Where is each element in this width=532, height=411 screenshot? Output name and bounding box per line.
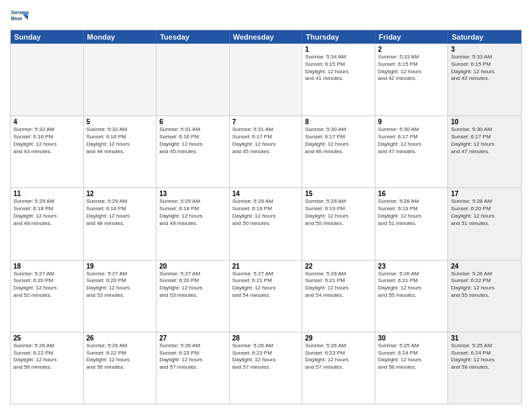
day-info: Sunrise: 5:31 AMSunset: 6:16 PMDaylight:… xyxy=(159,126,226,155)
day-cell-6: 6Sunrise: 5:31 AMSunset: 6:16 PMDaylight… xyxy=(157,116,230,187)
day-info: Sunrise: 5:30 AMSunset: 6:17 PMDaylight:… xyxy=(451,126,519,155)
header: General Blue xyxy=(10,7,522,26)
day-cell-23: 23Sunrise: 5:26 AMSunset: 6:21 PMDayligh… xyxy=(375,261,449,332)
day-number: 13 xyxy=(159,190,226,197)
empty-cell xyxy=(157,44,230,116)
calendar: SundayMondayTuesdayWednesdayThursdayFrid… xyxy=(10,30,522,404)
day-info: Sunrise: 5:28 AMSunset: 6:19 PMDaylight:… xyxy=(378,198,445,227)
header-day-wednesday: Wednesday xyxy=(230,30,303,44)
day-cell-11: 11Sunrise: 5:29 AMSunset: 6:18 PMDayligh… xyxy=(11,188,84,259)
day-cell-19: 19Sunrise: 5:27 AMSunset: 6:20 PMDayligh… xyxy=(84,261,157,332)
week-row-4: 18Sunrise: 5:27 AMSunset: 6:20 PMDayligh… xyxy=(11,260,521,332)
day-info: Sunrise: 5:25 AMSunset: 6:24 PMDaylight:… xyxy=(451,342,519,371)
day-info: Sunrise: 5:31 AMSunset: 6:17 PMDaylight:… xyxy=(232,126,300,155)
day-cell-12: 12Sunrise: 5:29 AMSunset: 6:18 PMDayligh… xyxy=(84,188,157,259)
day-cell-26: 26Sunrise: 5:26 AMSunset: 6:22 PMDayligh… xyxy=(84,332,157,404)
day-cell-22: 22Sunrise: 5:26 AMSunset: 6:21 PMDayligh… xyxy=(302,261,375,332)
day-info: Sunrise: 5:27 AMSunset: 6:21 PMDaylight:… xyxy=(232,271,300,300)
day-cell-28: 28Sunrise: 5:26 AMSunset: 6:23 PMDayligh… xyxy=(230,332,303,404)
svg-text:Blue: Blue xyxy=(11,15,22,21)
header-day-saturday: Saturday xyxy=(448,30,521,44)
day-info: Sunrise: 5:29 AMSunset: 6:18 PMDaylight:… xyxy=(87,198,154,227)
day-info: Sunrise: 5:27 AMSunset: 6:20 PMDaylight:… xyxy=(87,271,154,300)
day-info: Sunrise: 5:26 AMSunset: 6:23 PMDaylight:… xyxy=(159,342,226,371)
day-info: Sunrise: 5:29 AMSunset: 6:18 PMDaylight:… xyxy=(159,198,226,227)
day-cell-5: 5Sunrise: 5:32 AMSunset: 6:16 PMDaylight… xyxy=(84,116,157,187)
day-number: 24 xyxy=(451,263,519,270)
day-info: Sunrise: 5:26 AMSunset: 6:21 PMDaylight:… xyxy=(305,271,372,300)
day-info: Sunrise: 5:28 AMSunset: 6:19 PMDaylight:… xyxy=(232,198,300,227)
day-number: 25 xyxy=(13,334,81,342)
page: General Blue SundayMondayTuesdayWednesda… xyxy=(0,0,532,411)
empty-cell xyxy=(84,44,157,116)
week-row-1: 1Sunrise: 5:34 AMSunset: 6:15 PMDaylight… xyxy=(11,44,521,116)
day-number: 6 xyxy=(159,118,226,126)
day-info: Sunrise: 5:32 AMSunset: 6:16 PMDaylight:… xyxy=(87,126,154,155)
day-number: 28 xyxy=(232,334,300,342)
day-number: 26 xyxy=(87,334,154,342)
logo-icon: General Blue xyxy=(10,7,29,26)
header-day-thursday: Thursday xyxy=(302,30,375,44)
day-number: 20 xyxy=(159,263,226,270)
day-cell-29: 29Sunrise: 5:26 AMSunset: 6:23 PMDayligh… xyxy=(302,332,375,404)
day-number: 3 xyxy=(451,46,519,53)
empty-cell xyxy=(230,44,303,116)
day-info: Sunrise: 5:26 AMSunset: 6:21 PMDaylight:… xyxy=(378,271,445,300)
day-info: Sunrise: 5:34 AMSunset: 6:15 PMDaylight:… xyxy=(305,54,372,83)
day-number: 23 xyxy=(378,263,445,270)
day-number: 9 xyxy=(378,118,445,126)
header-day-monday: Monday xyxy=(84,30,157,44)
day-info: Sunrise: 5:26 AMSunset: 6:22 PMDaylight:… xyxy=(451,271,519,300)
day-number: 31 xyxy=(451,334,519,342)
day-number: 12 xyxy=(87,190,154,197)
day-info: Sunrise: 5:30 AMSunset: 6:17 PMDaylight:… xyxy=(305,126,372,155)
day-number: 1 xyxy=(305,46,372,53)
week-row-3: 11Sunrise: 5:29 AMSunset: 6:18 PMDayligh… xyxy=(11,187,521,259)
day-cell-3: 3Sunrise: 5:33 AMSunset: 6:15 PMDaylight… xyxy=(448,44,521,116)
empty-cell xyxy=(11,44,84,116)
day-number: 17 xyxy=(451,190,519,197)
day-info: Sunrise: 5:27 AMSunset: 6:20 PMDaylight:… xyxy=(159,271,226,300)
day-number: 14 xyxy=(232,190,300,197)
calendar-body: 1Sunrise: 5:34 AMSunset: 6:15 PMDaylight… xyxy=(11,44,521,404)
day-number: 2 xyxy=(378,46,445,53)
day-cell-14: 14Sunrise: 5:28 AMSunset: 6:19 PMDayligh… xyxy=(230,188,303,259)
day-cell-16: 16Sunrise: 5:28 AMSunset: 6:19 PMDayligh… xyxy=(375,188,449,259)
day-cell-7: 7Sunrise: 5:31 AMSunset: 6:17 PMDaylight… xyxy=(230,116,303,187)
day-info: Sunrise: 5:30 AMSunset: 6:17 PMDaylight:… xyxy=(378,126,445,155)
day-number: 8 xyxy=(305,118,372,126)
calendar-header: SundayMondayTuesdayWednesdayThursdayFrid… xyxy=(11,30,521,44)
header-day-tuesday: Tuesday xyxy=(157,30,230,44)
day-number: 5 xyxy=(87,118,154,126)
week-row-2: 4Sunrise: 5:32 AMSunset: 6:16 PMDaylight… xyxy=(11,116,521,187)
day-cell-13: 13Sunrise: 5:29 AMSunset: 6:18 PMDayligh… xyxy=(157,188,230,259)
day-cell-25: 25Sunrise: 5:26 AMSunset: 6:22 PMDayligh… xyxy=(11,332,84,404)
header-day-sunday: Sunday xyxy=(11,30,84,44)
day-number: 11 xyxy=(13,190,81,197)
day-cell-15: 15Sunrise: 5:28 AMSunset: 6:19 PMDayligh… xyxy=(302,188,375,259)
day-cell-17: 17Sunrise: 5:28 AMSunset: 6:20 PMDayligh… xyxy=(448,188,521,259)
day-number: 30 xyxy=(378,334,445,342)
day-cell-9: 9Sunrise: 5:30 AMSunset: 6:17 PMDaylight… xyxy=(375,116,449,187)
day-info: Sunrise: 5:33 AMSunset: 6:15 PMDaylight:… xyxy=(378,54,445,83)
day-info: Sunrise: 5:25 AMSunset: 6:24 PMDaylight:… xyxy=(378,342,445,371)
day-cell-30: 30Sunrise: 5:25 AMSunset: 6:24 PMDayligh… xyxy=(375,332,449,404)
day-number: 19 xyxy=(87,263,154,270)
day-cell-18: 18Sunrise: 5:27 AMSunset: 6:20 PMDayligh… xyxy=(11,261,84,332)
day-number: 16 xyxy=(378,190,445,197)
day-info: Sunrise: 5:27 AMSunset: 6:20 PMDaylight:… xyxy=(13,271,81,300)
day-cell-1: 1Sunrise: 5:34 AMSunset: 6:15 PMDaylight… xyxy=(302,44,375,116)
day-number: 18 xyxy=(13,263,81,270)
day-info: Sunrise: 5:29 AMSunset: 6:18 PMDaylight:… xyxy=(13,198,81,227)
day-number: 27 xyxy=(159,334,226,342)
day-info: Sunrise: 5:26 AMSunset: 6:22 PMDaylight:… xyxy=(87,342,154,371)
day-info: Sunrise: 5:26 AMSunset: 6:22 PMDaylight:… xyxy=(13,342,81,371)
day-info: Sunrise: 5:28 AMSunset: 6:19 PMDaylight:… xyxy=(305,198,372,227)
day-number: 7 xyxy=(232,118,300,126)
day-cell-8: 8Sunrise: 5:30 AMSunset: 6:17 PMDaylight… xyxy=(302,116,375,187)
day-cell-31: 31Sunrise: 5:25 AMSunset: 6:24 PMDayligh… xyxy=(448,332,521,404)
day-info: Sunrise: 5:33 AMSunset: 6:15 PMDaylight:… xyxy=(451,54,519,83)
day-number: 10 xyxy=(451,118,519,126)
day-cell-24: 24Sunrise: 5:26 AMSunset: 6:22 PMDayligh… xyxy=(448,261,521,332)
day-cell-2: 2Sunrise: 5:33 AMSunset: 6:15 PMDaylight… xyxy=(375,44,449,116)
